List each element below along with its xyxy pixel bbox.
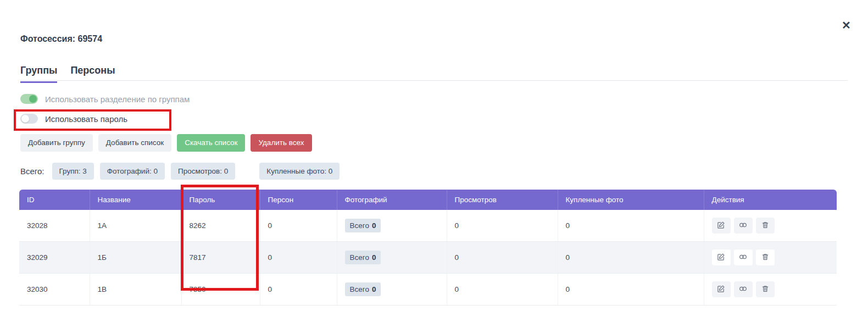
cell-password: 7850 xyxy=(181,274,260,306)
cell-persons: 0 xyxy=(260,210,337,242)
photos-total-chip: Всего0 xyxy=(345,219,381,232)
page-title: Фотосессия: 69574 xyxy=(20,34,102,44)
cell-purchased: 0 xyxy=(558,242,704,274)
toggle-group-separation: Использовать разделение по группам xyxy=(20,94,190,104)
add-list-button[interactable]: Добавить список xyxy=(98,134,171,152)
toolbar: Добавить группу Добавить список Скачать … xyxy=(20,134,312,152)
badge-photos-count: Фотографий: 0 xyxy=(100,163,165,180)
cell-views: 0 xyxy=(447,210,558,242)
delete-button[interactable] xyxy=(756,249,775,265)
column-photos: Фотографий xyxy=(337,190,447,210)
link-button[interactable] xyxy=(734,218,753,234)
cell-actions xyxy=(704,210,837,242)
cell-password: 8262 xyxy=(181,210,260,242)
download-list-button[interactable]: Скачать список xyxy=(177,134,245,152)
cell-name: 1В xyxy=(90,274,181,306)
table-header: ID Название Пароль Персон Фотографий Про… xyxy=(19,190,837,210)
photos-total-chip: Всего0 xyxy=(345,282,381,296)
table-row: 320291Б78170Всего000 xyxy=(19,242,837,274)
cell-actions xyxy=(704,274,837,306)
photosession-modal: Фотосессия: 69574 ✕ Группы Персоны Испол… xyxy=(0,0,868,333)
delete-button[interactable] xyxy=(756,218,775,234)
cell-photos: Всего0 xyxy=(337,274,447,306)
totals-label: Всего: xyxy=(20,166,44,176)
delete-button[interactable] xyxy=(756,281,775,297)
groups-table: ID Название Пароль Персон Фотографий Про… xyxy=(19,190,837,306)
link-icon xyxy=(738,253,748,263)
edit-icon xyxy=(717,285,725,295)
link-icon xyxy=(738,221,748,231)
column-views: Просмотров xyxy=(447,190,558,210)
trash-icon xyxy=(761,253,769,263)
cell-persons: 0 xyxy=(260,274,337,306)
column-persons: Персон xyxy=(260,190,337,210)
table-row: 320301В78500Всего000 xyxy=(19,274,837,306)
link-button[interactable] xyxy=(734,281,753,297)
trash-icon xyxy=(761,285,769,295)
cell-actions xyxy=(704,242,837,274)
toggle-off-switch[interactable] xyxy=(20,114,38,124)
edit-icon xyxy=(717,253,725,263)
cell-name: 1Б xyxy=(90,242,181,274)
cell-name: 1А xyxy=(90,210,181,242)
cell-photos: Всего0 xyxy=(337,210,447,242)
badge-purchased-count: Купленные фото: 0 xyxy=(259,163,340,180)
column-password: Пароль xyxy=(181,190,260,210)
badge-views-count: Просмотров: 0 xyxy=(171,163,235,180)
cell-id: 32030 xyxy=(19,274,90,306)
edit-button[interactable] xyxy=(712,249,731,265)
trash-icon xyxy=(761,221,769,231)
link-button[interactable] xyxy=(734,249,753,265)
edit-button[interactable] xyxy=(712,218,731,234)
photos-total-chip: Всего0 xyxy=(345,251,381,264)
add-group-button[interactable]: Добавить группу xyxy=(20,134,93,152)
tabs-divider xyxy=(20,80,848,81)
cell-purchased: 0 xyxy=(558,274,704,306)
column-purchased: Купленные фото xyxy=(558,190,704,210)
totals-bar: Всего: Групп: 3 Фотографий: 0 Просмотров… xyxy=(20,163,340,180)
edit-button[interactable] xyxy=(712,281,731,297)
cell-views: 0 xyxy=(447,242,558,274)
cell-id: 32028 xyxy=(19,210,90,242)
toggle-use-password-label: Использовать пароль xyxy=(45,114,127,124)
column-actions: Действия xyxy=(704,190,837,210)
delete-all-button[interactable]: Удалить всех xyxy=(251,134,311,152)
cell-photos: Всего0 xyxy=(337,242,447,274)
cell-persons: 0 xyxy=(260,242,337,274)
column-id: ID xyxy=(19,190,90,210)
cell-purchased: 0 xyxy=(558,210,704,242)
edit-icon xyxy=(717,221,725,231)
table-row: 320281А82620Всего000 xyxy=(19,210,837,242)
cell-id: 32029 xyxy=(19,242,90,274)
cell-password: 7817 xyxy=(181,242,260,274)
toggle-group-separation-label: Использовать разделение по группам xyxy=(45,95,190,104)
toggle-use-password: Использовать пароль xyxy=(20,114,127,124)
column-name: Название xyxy=(90,190,181,210)
toggle-on-switch[interactable] xyxy=(20,94,38,104)
link-icon xyxy=(738,285,748,295)
cell-views: 0 xyxy=(447,274,558,306)
badge-groups-count: Групп: 3 xyxy=(52,163,94,180)
close-icon[interactable]: ✕ xyxy=(842,20,851,31)
